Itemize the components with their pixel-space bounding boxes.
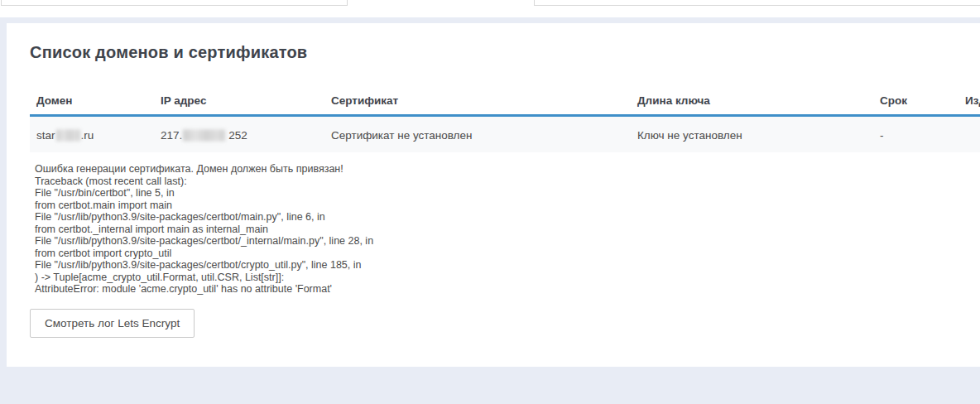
table-header: Домен IP адрес Сертификат Длина ключа Ср… [30,92,980,114]
ip-cell: 217.252 [161,128,247,141]
redacted-domain-blur [56,129,80,141]
error-log-line: AttributeError: module 'acme.crypto_util… [35,283,373,296]
tab-bar [0,0,980,17]
error-log-line: from certbot import crypto_util [35,248,373,260]
key-length-cell: Ключ не установлен [637,128,742,141]
domain-cell[interactable]: star.ru [36,128,94,141]
error-log-line: Traceback (most recent call last): [35,176,373,188]
column-header-domain[interactable]: Домен [36,94,73,107]
error-log-line: ) -> Tuple[acme_crypto_util.Format, util… [35,272,373,284]
page: { "theme": { "page-bg": "#e8ecf5", "pane… [0,0,980,404]
error-log-line: File "/usr/lib/python3.9/site-packages/c… [35,259,373,272]
certificate-cell: Сертификат не установлен [331,128,472,141]
error-log-line: from certbot.main import main [35,200,373,212]
error-log-line: File "/usr/lib/python3.9/site-packages/c… [35,211,373,224]
term-cell: - [880,128,884,141]
column-header-certificate[interactable]: Сертификат [331,94,398,107]
view-lets-encrypt-log-button[interactable]: Смотреть лог Lets Encrypt [30,309,195,338]
domain-prefix: star [36,128,55,141]
redacted-ip-blur [183,129,225,141]
ip-suffix: 252 [228,128,247,141]
column-header-ip[interactable]: IP адрес [161,94,206,107]
page-title: Список доменов и сертификатов [30,43,307,62]
content-panel: Список доменов и сертификатов Домен IP а… [7,23,980,367]
tab-partial-left[interactable] [1,0,348,6]
column-header-key-length[interactable]: Длина ключа [637,94,710,107]
domain-suffix: .ru [81,128,94,141]
error-log-line: from certbot._internal import main as in… [35,224,373,236]
column-header-issuer-clipped[interactable]: Изд [965,94,980,107]
error-log: Ошибка генерации сертификата. Домен долж… [35,163,373,296]
error-log-line: File "/usr/lib/python3.9/site-packages/c… [35,235,373,248]
tab-partial-right[interactable] [534,0,980,6]
ip-prefix: 217. [161,128,182,141]
column-header-term[interactable]: Срок [880,94,907,107]
error-log-line: Ошибка генерации сертификата. Домен долж… [35,163,373,176]
error-log-line: File "/usr/bin/certbot", line 5, in [35,187,373,200]
table-row[interactable]: star.ru 217.252 Сертификат не установлен… [30,117,980,152]
